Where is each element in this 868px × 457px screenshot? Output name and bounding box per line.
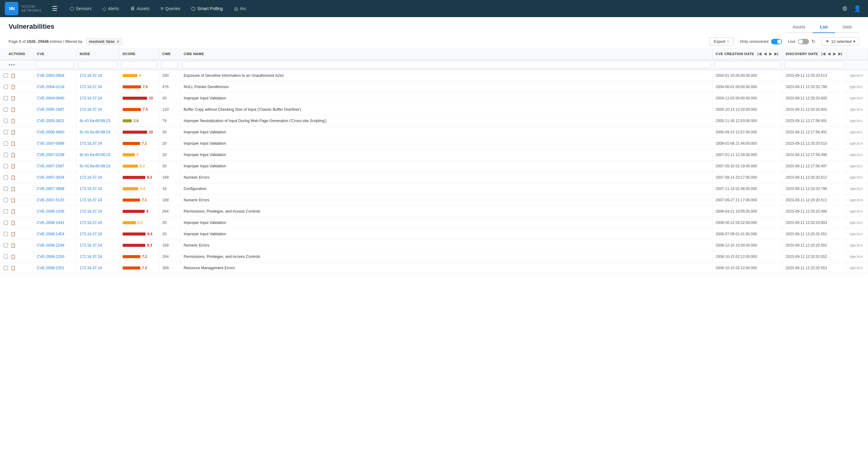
cve-link-0[interactable]: CVE-2003-0904: [37, 73, 65, 78]
cve-date-nav-prev[interactable]: ◀: [763, 51, 767, 57]
cpe-cell-4: cpe:/o:c: [846, 115, 868, 127]
hamburger-menu[interactable]: ☰: [49, 3, 61, 14]
disc-date-nav-prev[interactable]: ◀: [827, 51, 831, 57]
row-checkbox-7[interactable]: [4, 153, 8, 157]
cve-link-13[interactable]: CVE-2008-1441: [37, 220, 65, 225]
row-detail-button-14[interactable]: 📋: [10, 231, 16, 237]
settings-button[interactable]: ⚙: [840, 3, 849, 14]
row-checkbox-17[interactable]: [4, 266, 8, 270]
discovery-date-cell-6: 2023-09-11 12:20:20.510: [783, 138, 846, 149]
cve-link-16[interactable]: CVE-2008-2250: [37, 254, 65, 259]
cve-link-17[interactable]: CVE-2008-2251: [37, 266, 65, 270]
discovery-date-cell-16: 2023-09-11 12:20:20.552: [783, 251, 846, 263]
row-checkbox-5[interactable]: [4, 130, 8, 134]
tab-assets[interactable]: Assets: [785, 23, 813, 33]
nav-sensors[interactable]: ⬡ Sensors: [65, 4, 96, 13]
row-detail-button-2[interactable]: 📋: [10, 95, 16, 101]
nav-assets[interactable]: 🖥 Assets: [126, 4, 154, 13]
tab-stats[interactable]: Stats: [835, 23, 860, 33]
node-filter-input[interactable]: [78, 61, 118, 68]
cve-link-8[interactable]: CVE-2007-2587: [37, 164, 65, 168]
nav-arc[interactable]: ◎ Arc: [230, 4, 251, 13]
cve-link-15[interactable]: CVE-2008-2249: [37, 243, 65, 247]
disc-date-nav-last[interactable]: ▶|: [837, 51, 843, 57]
row-checkbox-6[interactable]: [4, 141, 8, 146]
cve-link-10[interactable]: CVE-2007-3898: [37, 187, 65, 191]
row-checkbox-15[interactable]: [4, 243, 8, 247]
nav-sensors-label: Sensors: [76, 6, 91, 11]
row-detail-button-0[interactable]: 📋: [10, 72, 16, 79]
row-detail-button-4[interactable]: 📋: [10, 118, 16, 124]
cve-link-6[interactable]: CVE-2007-0066: [37, 141, 65, 146]
nav-smart-polling[interactable]: ⬡ Smart Polling: [187, 4, 227, 13]
nav-alerts[interactable]: ◇ Alerts: [98, 4, 123, 13]
row-checkbox-13[interactable]: [4, 220, 8, 225]
row-detail-button-17[interactable]: 📋: [10, 265, 16, 271]
row-detail-button-15[interactable]: 📋: [10, 242, 16, 248]
table-row: 📋 CVE-2008-2249 172.16.37.24 9.3 189 Num…: [0, 240, 868, 251]
cve-link-5[interactable]: CVE-2006-4950: [37, 130, 65, 134]
row-detail-button-7[interactable]: 📋: [10, 152, 16, 158]
disc-date-filter-input[interactable]: [784, 61, 845, 68]
row-checkbox-14[interactable]: [4, 232, 8, 236]
row-checkbox-10[interactable]: [4, 187, 8, 191]
row-checkbox-9[interactable]: [4, 175, 8, 180]
row-detail-button-3[interactable]: 📋: [10, 106, 16, 113]
col-node: NODE: [76, 48, 119, 60]
user-profile-button[interactable]: 👤: [852, 3, 863, 14]
row-checkbox-4[interactable]: [4, 119, 8, 123]
refresh-icon[interactable]: ↻: [811, 38, 815, 44]
disc-date-nav-first[interactable]: |◀: [820, 51, 826, 57]
cve-link-2[interactable]: CVE-2004-0840: [37, 96, 65, 100]
cve-link-7[interactable]: CVE-2007-0199: [37, 153, 65, 157]
cve-cell-14: CVE-2008-1454: [34, 228, 76, 240]
row-checkbox-8[interactable]: [4, 164, 8, 168]
row-checkbox-3[interactable]: [4, 108, 8, 112]
row-detail-button-8[interactable]: 📋: [10, 163, 16, 169]
cve-link-4[interactable]: CVE-2005-3921: [37, 119, 65, 123]
filter-badge-close[interactable]: ✕: [116, 39, 120, 44]
cve-date-nav-last[interactable]: ▶|: [774, 51, 779, 57]
export-button[interactable]: Export ↑: [709, 37, 734, 45]
actions-cell-6: 📋: [0, 138, 34, 149]
row-checkbox-11[interactable]: [4, 198, 8, 202]
cve-filter-input[interactable]: [35, 61, 74, 68]
cve-date-nav-first[interactable]: |◀: [756, 51, 762, 57]
node-cell-3: 172.16.37.24: [76, 104, 119, 115]
row-detail-button-12[interactable]: 📋: [10, 208, 16, 214]
cwe-filter-input[interactable]: [161, 61, 179, 68]
cve-link-14[interactable]: CVE-2008-1454: [37, 232, 65, 236]
cve-link-11[interactable]: CVE-2007-5133: [37, 198, 65, 202]
row-detail-button-10[interactable]: 📋: [10, 186, 16, 192]
disc-date-nav-next[interactable]: ▶: [832, 51, 837, 57]
row-detail-button-1[interactable]: 📋: [10, 84, 16, 90]
score-filter-input[interactable]: [121, 61, 157, 68]
cve-link-9[interactable]: CVE-2007-3034: [37, 175, 65, 180]
row-checkbox-2[interactable]: [4, 96, 8, 100]
score-cell-0: 6: [119, 70, 159, 81]
cwe-name-filter-input[interactable]: [182, 61, 711, 68]
row-detail-button-6[interactable]: 📋: [10, 141, 16, 147]
row-checkbox-12[interactable]: [4, 209, 8, 214]
cve-date-nav-next[interactable]: ▶: [768, 51, 773, 57]
score-cell-14: 9.4: [119, 228, 159, 240]
row-detail-button-5[interactable]: 📋: [10, 129, 16, 135]
cve-link-1[interactable]: CVE-2004-0119: [37, 85, 65, 89]
row-detail-button-16[interactable]: 📋: [10, 253, 16, 260]
table-row: 📋 CVE-2007-0066 172.16.37.24 7.1 20 Impr…: [0, 138, 868, 149]
row-detail-button-9[interactable]: 📋: [10, 174, 16, 181]
cve-link-12[interactable]: CVE-2008-1436: [37, 209, 65, 214]
selected-count-button[interactable]: 👁 12 selected ▾: [822, 37, 860, 45]
live-toggle[interactable]: [798, 39, 809, 44]
row-checkbox-16[interactable]: [4, 254, 8, 259]
row-detail-button-13[interactable]: 📋: [10, 220, 16, 226]
cve-date-filter-input[interactable]: [714, 61, 781, 68]
row-detail-button-11[interactable]: 📋: [10, 197, 16, 203]
cve-link-3[interactable]: CVE-2005-1987: [37, 108, 65, 112]
tab-list[interactable]: List: [813, 23, 835, 33]
nav-queries[interactable]: ≡ Queries: [156, 4, 184, 13]
row-checkbox-0[interactable]: [4, 73, 8, 78]
column-options-dots[interactable]: •••: [8, 62, 16, 67]
only-unresolved-toggle[interactable]: [771, 39, 782, 44]
row-checkbox-1[interactable]: [4, 85, 8, 89]
